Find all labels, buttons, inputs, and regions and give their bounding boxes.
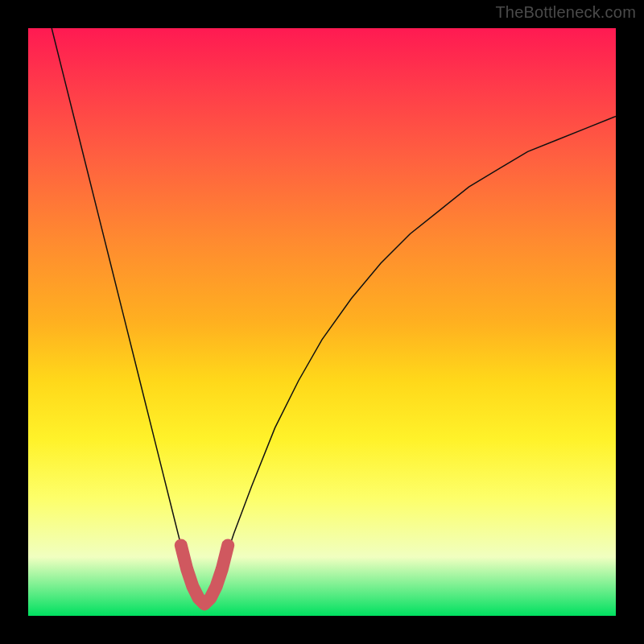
bottleneck-curve: [52, 28, 616, 604]
chart-svg: [28, 28, 616, 616]
chart-frame: TheBottleneck.com: [0, 0, 644, 644]
valley-marker: [181, 545, 228, 604]
watermark-text: TheBottleneck.com: [495, 3, 636, 22]
plot-area: [28, 28, 616, 616]
